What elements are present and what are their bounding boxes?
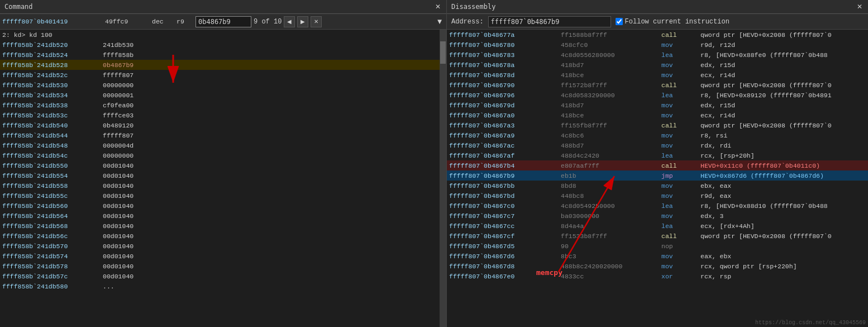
disasm-mnemonic: mov	[661, 61, 700, 69]
kd-command-line: 2: kd> kd 100	[0, 30, 446, 40]
disasm-bytes: 4c8d0549250000	[561, 202, 661, 210]
search-input[interactable]	[195, 16, 251, 27]
mem-value: 00d01040	[103, 273, 170, 280]
disasm-mnemonic: lea	[661, 222, 700, 230]
list-item: fffff807`0b4867cc8d4a4aleaecx, [rdx+4Ah]	[447, 221, 868, 231]
table-row: ffff858b`241db56000d01040	[0, 201, 446, 211]
mem-value: 0b489120	[103, 122, 170, 129]
mem-addr: ffff858b`241db564	[2, 212, 103, 220]
command-title: Command	[4, 3, 33, 11]
table-row: ffff858b`241db544fffff807	[0, 130, 446, 140]
mem-value: 00d01040	[103, 172, 170, 179]
disasm-bytes: ba03000000	[561, 212, 661, 220]
disasm-operands: edx, r15d	[700, 61, 866, 69]
list-item: fffff807`0b4867ac488bd7movrdx, rdi	[447, 140, 868, 150]
disasm-mnemonic: mov	[661, 142, 700, 149]
scrollbar[interactable]	[440, 30, 446, 327]
table-row: ffff858b`241db5400b489120	[0, 120, 446, 130]
mem-value: 00d01040	[103, 162, 170, 169]
mem-addr: ffff858b`241db574	[2, 253, 103, 260]
mem-addr: ffff858b`241db568	[2, 222, 103, 230]
table-row: ffff858b`241db57400d01040	[0, 251, 446, 261]
dropdown-button[interactable]: ▼	[435, 14, 444, 30]
disasm-bytes: 418bd7	[561, 61, 661, 69]
disasm-bytes: eb1b	[561, 172, 661, 179]
mem-value: ...	[103, 283, 170, 290]
table-row: ffff858b`241db55000d01040	[0, 160, 446, 170]
disasm-operands: ecx, [rdx+4Ah]	[700, 222, 866, 230]
disasm-mnemonic: mov	[661, 253, 700, 260]
scrollbar-thumb[interactable]	[440, 41, 446, 64]
list-item: fffff807`0b4867964c8d0583290000lear8, [H…	[447, 90, 868, 100]
list-item: fffff807`0b4867c04c8d0549250000lear8, [H…	[447, 201, 868, 211]
list-item: fffff807`0b4867bd448bc8movr9d, eax	[447, 191, 868, 201]
table-row: ffff858b`241db53000000000	[0, 80, 446, 90]
search-close-button[interactable]: ✕	[311, 16, 322, 27]
address-label: Address:	[451, 18, 484, 26]
disasm-mnemonic: mov	[661, 41, 700, 49]
table-row: ffff858b`241db52cfffff807	[0, 70, 446, 80]
disasm-addr: fffff807`0b4867bd	[449, 192, 561, 200]
list-item: fffff807`0b4867d68bc3moveax, ebx	[447, 251, 868, 261]
disasm-addr: fffff807`0b486780	[449, 41, 561, 49]
follow-checkbox[interactable]: Follow current instruction	[616, 18, 729, 26]
disassembly-close-button[interactable]: ✕	[856, 3, 864, 11]
disasm-addr: fffff807`0b4867cf	[449, 233, 561, 240]
disasm-bytes: ff155fb8f7ff	[561, 122, 661, 129]
memcpy-label: memcpy	[536, 268, 562, 277]
disasm-bytes: 488b8c2420020000	[561, 263, 661, 270]
mem-addr: ffff858b`241db558	[2, 182, 103, 189]
list-item: fffff807`0b4867b4e807aaf7ffcallHEVD+0x11…	[447, 160, 868, 170]
table-row: ffff858b`241db54c00000000	[0, 150, 446, 160]
mem-value: 00d01040	[103, 212, 170, 220]
disasm-addr: fffff807`0b4867a3	[449, 122, 561, 129]
mem-value: 00000000	[103, 152, 170, 159]
disasm-addr: fffff807`0b486783	[449, 51, 561, 59]
address-input[interactable]	[488, 16, 611, 27]
disasm-mnemonic: nop	[661, 243, 700, 250]
disassembly-table: fffff807`0b48677aff1588b8f7ffcallqword p…	[447, 30, 868, 327]
disasm-operands: rcx, [rsp+20h]	[700, 152, 866, 159]
list-item: fffff807`0b486790ff1572b8f7ffcallqword p…	[447, 80, 868, 90]
cmd-first-bytes: 49ffc9	[105, 18, 150, 25]
list-item: fffff807`0b4867a0418bcemovecx, r14d	[447, 110, 868, 120]
disasm-mnemonic: call	[661, 82, 700, 89]
disasm-mnemonic: mov	[661, 132, 700, 139]
disasm-bytes: 418bce	[561, 72, 661, 79]
disasm-bytes: 488bd7	[561, 142, 661, 149]
disasm-mnemonic: lea	[661, 152, 700, 159]
disasm-mnemonic: mov	[661, 263, 700, 270]
mem-addr: ffff858b`241db53c	[2, 112, 103, 119]
list-item: fffff807`0b48677aff1588b8f7ffcallqword p…	[447, 30, 868, 40]
table-row: ffff858b`241db57000d01040	[0, 241, 446, 251]
table-row: ffff858b`241db580...	[0, 281, 446, 291]
disasm-addr: fffff807`0b4867d5	[449, 243, 561, 250]
mem-addr: ffff858b`241db530	[2, 82, 103, 89]
disasm-mnemonic: xor	[661, 273, 700, 280]
disasm-operands: rdx, rdi	[700, 142, 866, 149]
list-item: fffff807`0b4867cfff1533b8f7ffcallqword p…	[447, 231, 868, 241]
list-item: fffff807`0b4867d8488b8c2420020000movrcx,…	[447, 261, 868, 271]
command-panel-controls: ✕	[434, 3, 442, 11]
disasm-addr: fffff807`0b4867b4	[449, 162, 561, 169]
nav-next-button[interactable]: ▶	[297, 16, 308, 27]
disasm-operands: r8, rsi	[700, 132, 866, 139]
follow-checkbox-input[interactable]	[616, 18, 623, 25]
table-row: ffff858b`241db57c00d01040	[0, 271, 446, 281]
table-row: ffff858b`241db5480000004d	[0, 140, 446, 150]
list-item: fffff807`0b48679d418bd7movedx, r15d	[447, 100, 868, 110]
table-row: ffff858b`241db57800d01040	[0, 261, 446, 271]
mem-value: ffffce03	[103, 112, 170, 119]
follow-label: Follow current instruction	[625, 18, 729, 26]
list-item: fffff807`0b4867bb8bd8movebx, eax	[447, 181, 868, 191]
nav-prev-button[interactable]: ◀	[284, 16, 295, 27]
mem-value: cf0fea00	[103, 102, 170, 109]
disasm-bytes: 8bc3	[561, 253, 661, 260]
disasm-addr: fffff807`0b4867c0	[449, 202, 561, 210]
command-close-button[interactable]: ✕	[434, 3, 442, 11]
mem-addr: ffff858b`241db554	[2, 172, 103, 179]
mem-addr: ffff858b`241db578	[2, 263, 103, 270]
mem-value: fffff807	[103, 132, 170, 139]
disasm-mnemonic: call	[661, 31, 700, 39]
disasm-operands: rcx, qword ptr [rsp+220h]	[700, 263, 866, 270]
